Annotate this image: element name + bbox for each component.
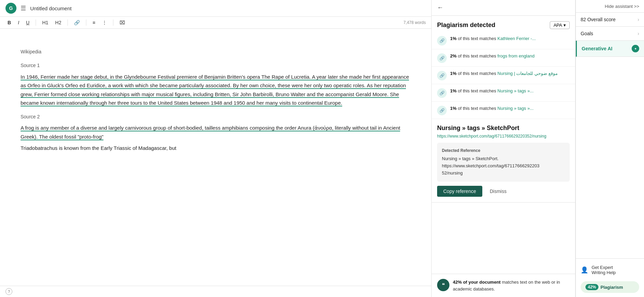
italic-button[interactable]: I bbox=[16, 19, 21, 26]
goals-label: Goals bbox=[581, 31, 593, 36]
match-detail-url[interactable]: https://www.sketchport.com/tag/671176662… bbox=[437, 134, 570, 139]
match-icon-5: 🔗 bbox=[437, 106, 447, 115]
get-expert-button[interactable]: 👤 Get Expert Writing Help bbox=[581, 263, 639, 277]
unordered-list-button[interactable]: ⋮ bbox=[100, 19, 109, 26]
plagiarism-label: Plagiarism bbox=[600, 285, 623, 290]
plagiarism-panel: ← Plagiarism detected APA ▾ 🔗 1% of this… bbox=[432, 0, 575, 297]
overall-score-arrow-icon: › bbox=[637, 17, 639, 22]
quote-icon: ❝ bbox=[437, 279, 449, 291]
source1-text[interactable]: In 1946, Ferrier made her stage debut, i… bbox=[21, 73, 411, 107]
panel-footer: ❝ 42% of your document matches text on t… bbox=[432, 274, 575, 297]
word-count: 7,478 words bbox=[404, 20, 426, 25]
ordered-list-button[interactable]: ≡ bbox=[90, 19, 97, 26]
match-text-1: 1% of this text matches Kathleen Ferrier… bbox=[450, 35, 536, 42]
match-item-1[interactable]: 🔗 1% of this text matches Kathleen Ferri… bbox=[432, 32, 575, 49]
match-text-5: 1% of this text matches Nursing » tags »… bbox=[450, 105, 534, 112]
action-buttons: Copy reference Dismiss bbox=[437, 186, 570, 197]
match-item-3[interactable]: 🔗 1% of this text matches Nursing | موقع… bbox=[432, 67, 575, 84]
hamburger-menu[interactable]: ☰ bbox=[21, 4, 26, 12]
overall-score-label: 82 Overall score bbox=[581, 17, 616, 22]
match-detail-title: Nursing » tags » SketchPort bbox=[437, 125, 570, 132]
help-icon[interactable]: ? bbox=[5, 288, 12, 295]
source2-highlighted: A frog is any member of a diverse and la… bbox=[21, 125, 400, 140]
sidebar-topbar: Hide assistant >> bbox=[576, 0, 644, 13]
detected-reference-text: Nursing » tags » SketchPort. https://www… bbox=[442, 155, 565, 177]
bold-button[interactable]: B bbox=[5, 19, 13, 26]
link-button[interactable]: 🔗 bbox=[72, 19, 82, 26]
panel-title: Plagiarism detected bbox=[437, 22, 495, 29]
editor-content[interactable]: Wikipedia Source 1 In 1946, Ferrier made… bbox=[0, 29, 431, 286]
apa-dropdown[interactable]: APA ▾ bbox=[550, 21, 570, 29]
match-detail-expanded: Nursing » tags » SketchPort https://www.… bbox=[432, 119, 575, 203]
match-icon-4: 🔗 bbox=[437, 88, 447, 98]
apa-chevron-icon: ▾ bbox=[564, 23, 566, 28]
source2-continuation: Triadobatrachus is known from the Early … bbox=[21, 144, 411, 153]
match-text-2: 2% of this text matches frogs from engla… bbox=[450, 53, 534, 60]
sidebar-bottom: 👤 Get Expert Writing Help 42% Plagiarism bbox=[576, 258, 644, 297]
plagiarism-percent-badge: 42% bbox=[585, 284, 598, 290]
editor-area: G ☰ Untitled document B I U H1 H2 🔗 ≡ ⋮ … bbox=[0, 0, 432, 297]
h1-button[interactable]: H1 bbox=[40, 19, 50, 26]
match-text-3: 1% of this text matches Nursing | موقع ض… bbox=[450, 70, 558, 77]
plagiarism-button[interactable]: 42% Plagiarism bbox=[581, 281, 639, 293]
clear-format-button[interactable]: ⌧ bbox=[117, 19, 127, 26]
wikipedia-label: Wikipedia bbox=[21, 48, 411, 56]
generative-ai-label: Generative AI bbox=[582, 46, 612, 51]
source1-label: Source 1 bbox=[21, 62, 411, 70]
panel-content: Plagiarism detected APA ▾ 🔗 1% of this t… bbox=[432, 16, 575, 274]
toolbar-divider-1 bbox=[36, 20, 36, 26]
right-sidebar: Hide assistant >> 82 Overall score › Goa… bbox=[575, 0, 644, 297]
sidebar-generative-ai[interactable]: Generative AI ✦ bbox=[576, 41, 644, 57]
match-text-4: 1% of this text matches Nursing » tags »… bbox=[450, 88, 534, 94]
match-item-4[interactable]: 🔗 1% of this text matches Nursing » tags… bbox=[432, 84, 575, 102]
toolbar-divider-3 bbox=[86, 20, 86, 26]
highlighted-passage: In 1946, Ferrier made her stage debut, i… bbox=[21, 74, 409, 107]
detected-reference-box: Detected Reference Nursing » tags » Sket… bbox=[437, 143, 570, 182]
detected-reference-label: Detected Reference bbox=[442, 147, 565, 154]
editor-footer: ? bbox=[0, 286, 431, 297]
expert-icon: 👤 bbox=[581, 266, 588, 274]
match-item-2[interactable]: 🔗 2% of this text matches frogs from eng… bbox=[432, 49, 575, 67]
sidebar-overall-score[interactable]: 82 Overall score › bbox=[576, 13, 644, 27]
source2-text[interactable]: A frog is any member of a diverse and la… bbox=[21, 124, 411, 141]
underline-button[interactable]: U bbox=[24, 19, 32, 26]
hide-assistant-button[interactable]: Hide assistant >> bbox=[605, 4, 639, 9]
app-logo: G bbox=[5, 3, 16, 14]
panel-topbar: ← bbox=[432, 0, 575, 16]
toolbar-divider-4 bbox=[113, 20, 113, 26]
copy-reference-button[interactable]: Copy reference bbox=[437, 186, 482, 197]
sidebar-goals[interactable]: Goals › bbox=[576, 27, 644, 41]
doc-title: Untitled document bbox=[30, 5, 72, 11]
editor-topbar: G ☰ Untitled document bbox=[0, 0, 431, 17]
panel-footer-text: 42% of your document matches text on the… bbox=[453, 279, 570, 292]
match-item-5[interactable]: 🔗 1% of this text matches Nursing » tags… bbox=[432, 102, 575, 119]
dismiss-button[interactable]: Dismiss bbox=[486, 186, 511, 197]
match-icon-1: 🔗 bbox=[437, 36, 447, 46]
match-icon-2: 🔗 bbox=[437, 53, 447, 63]
expert-text: Get Expert Writing Help bbox=[592, 265, 616, 275]
panel-header: Plagiarism detected APA ▾ bbox=[432, 16, 575, 32]
goals-arrow-icon: › bbox=[637, 31, 639, 36]
editor-toolbar: B I U H1 H2 🔗 ≡ ⋮ ⌧ 7,478 words bbox=[0, 17, 431, 29]
source2-label: Source 2 bbox=[21, 113, 411, 121]
generative-ai-icon: ✦ bbox=[632, 45, 639, 52]
match-icon-3: 🔗 bbox=[437, 71, 447, 80]
h2-button[interactable]: H2 bbox=[53, 19, 63, 26]
back-arrow-icon[interactable]: ← bbox=[437, 4, 443, 11]
toolbar-divider-2 bbox=[67, 20, 68, 26]
